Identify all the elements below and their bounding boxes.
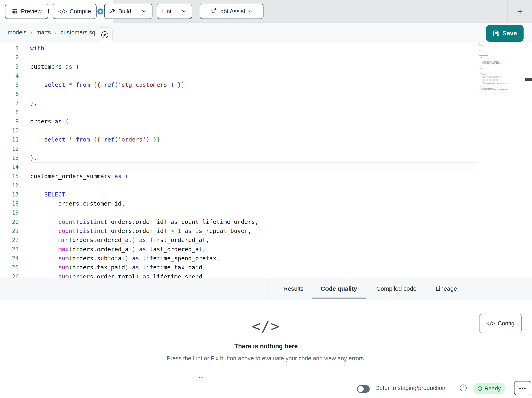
chevron-right-icon: › bbox=[55, 29, 57, 36]
code-line[interactable]: 19 bbox=[0, 208, 532, 217]
new-tab-button[interactable]: + bbox=[508, 0, 532, 23]
defer-label: Defer to staging/production bbox=[375, 378, 445, 398]
code-line[interactable]: 20 count(distinct orders.order_id) as co… bbox=[0, 217, 532, 227]
code-quality-panel bbox=[0, 300, 532, 378]
minimap[interactable]: withcustomers as ( select * from {{ ref(… bbox=[479, 43, 524, 95]
tab-compiled-code[interactable]: Compiled code bbox=[374, 278, 419, 300]
empty-state-description: Press the Lint or Fix button above to ev… bbox=[0, 355, 532, 362]
code-line[interactable]: 6 bbox=[0, 90, 532, 99]
table-icon bbox=[12, 8, 18, 14]
build-button[interactable]: Build bbox=[105, 4, 136, 19]
ellipsis-icon: ••• bbox=[519, 385, 526, 391]
defer-toggle[interactable] bbox=[357, 385, 370, 393]
lint-label: Lint bbox=[162, 8, 171, 15]
code-icon: </> bbox=[0, 318, 532, 335]
code-line[interactable]: 8 bbox=[0, 108, 532, 117]
tab-results[interactable]: Results bbox=[282, 278, 305, 300]
code-line[interactable]: 25 sum(orders.tax_paid) as lifetime_tax_… bbox=[0, 263, 532, 272]
code-line[interactable]: 24 sum(orders.subtotal) as lifetime_spen… bbox=[0, 254, 532, 263]
toggle-knob bbox=[358, 386, 364, 392]
code-line[interactable]: 10 bbox=[0, 126, 532, 135]
code-line[interactable]: 1with bbox=[0, 44, 532, 53]
active-tab-underline bbox=[312, 298, 366, 299]
tab-code-quality[interactable]: Code quality bbox=[320, 278, 358, 300]
dbt-assist-button[interactable]: dbt Assist bbox=[200, 4, 264, 19]
build-dropdown-toggle[interactable] bbox=[136, 4, 152, 19]
wrench-icon bbox=[109, 8, 115, 14]
config-label: Config bbox=[498, 320, 514, 327]
chevron-down-icon bbox=[182, 10, 187, 13]
compile-label: Compile bbox=[70, 8, 91, 15]
compass-icon bbox=[101, 31, 109, 39]
chevron-down-icon bbox=[248, 10, 253, 13]
code-line[interactable]: 22 min(orders.ordered_at) as first_order… bbox=[0, 235, 532, 245]
preview-button[interactable]: Preview bbox=[5, 4, 48, 19]
tab-bar-divider bbox=[507, 0, 508, 23]
tab-lineage[interactable]: Lineage bbox=[434, 278, 458, 300]
compile-button[interactable]: </> Compile bbox=[53, 4, 96, 19]
dbt-ide-window: customers.sql + models › marts › custome… bbox=[0, 0, 532, 398]
build-label: Build bbox=[118, 8, 131, 15]
status-circle-icon bbox=[478, 386, 482, 391]
status-badge-ready: Ready bbox=[473, 383, 505, 394]
strip-divider bbox=[267, 279, 268, 299]
chevron-down-icon bbox=[142, 10, 147, 13]
config-button[interactable]: </> Config bbox=[479, 314, 522, 333]
breadcrumb-item-marts: marts bbox=[36, 29, 51, 36]
help-icon[interactable]: ? bbox=[460, 385, 467, 391]
breadcrumb: models › marts › customers.sql bbox=[8, 23, 96, 42]
code-area[interactable]: 1with23customers as (45 select * from {{… bbox=[0, 42, 532, 278]
ready-label: Ready bbox=[485, 385, 501, 392]
code-line[interactable]: 2 bbox=[0, 53, 532, 62]
code-line[interactable]: 7), bbox=[0, 99, 532, 108]
code-line[interactable]: 3customers as ( bbox=[0, 62, 532, 71]
code-line[interactable]: 12 bbox=[0, 144, 532, 153]
unsaved-changes-dot-icon bbox=[97, 8, 103, 14]
breadcrumb-item-file: customers.sql bbox=[61, 29, 96, 36]
save-button[interactable]: Save bbox=[486, 25, 524, 42]
locate-file-button[interactable] bbox=[97, 27, 113, 42]
code-line[interactable]: 13), bbox=[0, 153, 532, 163]
code-icon: </> bbox=[58, 8, 67, 14]
code-line[interactable]: 9orders as ( bbox=[0, 117, 532, 126]
assist-chat-icon bbox=[211, 8, 217, 15]
chevron-right-icon: › bbox=[31, 29, 32, 36]
code-line[interactable]: 23 max(orders.ordered_at) as last_ordere… bbox=[0, 245, 532, 254]
lint-split-button: Lint bbox=[157, 4, 192, 19]
floppy-disk-icon bbox=[493, 30, 500, 37]
dbt-assist-label: dbt Assist bbox=[220, 8, 245, 15]
code-line[interactable]: 16 bbox=[0, 181, 532, 190]
code-line[interactable]: 5 select * from {{ ref('stg_customers') … bbox=[0, 80, 532, 89]
code-line[interactable]: 14 bbox=[0, 163, 532, 171]
code-icon: </> bbox=[486, 320, 495, 326]
preview-label: Preview bbox=[21, 8, 42, 15]
more-options-button[interactable]: ••• bbox=[514, 381, 531, 395]
breadcrumb-item-models: models bbox=[8, 29, 26, 36]
build-split-button: Build bbox=[104, 4, 152, 19]
code-line[interactable]: 15customer_orders_summary as ( bbox=[0, 172, 532, 181]
code-line[interactable]: 21 count(distinct orders.order_id) > 1 a… bbox=[0, 227, 532, 235]
plus-icon: + bbox=[517, 6, 523, 17]
code-line[interactable]: 26 sum(orders.order_total) as lifetime_s… bbox=[0, 272, 532, 278]
code-line[interactable]: 17 SELECT bbox=[0, 190, 532, 199]
lint-button[interactable]: Lint bbox=[157, 4, 177, 19]
status-bar bbox=[0, 378, 532, 398]
save-label: Save bbox=[502, 30, 517, 37]
empty-state-title: There is nothing here bbox=[0, 343, 532, 350]
code-editor[interactable]: 1with23customers as (45 select * from {{… bbox=[0, 42, 532, 278]
lint-dropdown-toggle[interactable] bbox=[177, 4, 192, 19]
code-line[interactable]: 18 orders.customer_id, bbox=[0, 199, 532, 208]
code-line[interactable]: 11 select * from {{ ref('orders') }} bbox=[0, 135, 532, 144]
code-line[interactable]: 4 bbox=[0, 71, 532, 80]
